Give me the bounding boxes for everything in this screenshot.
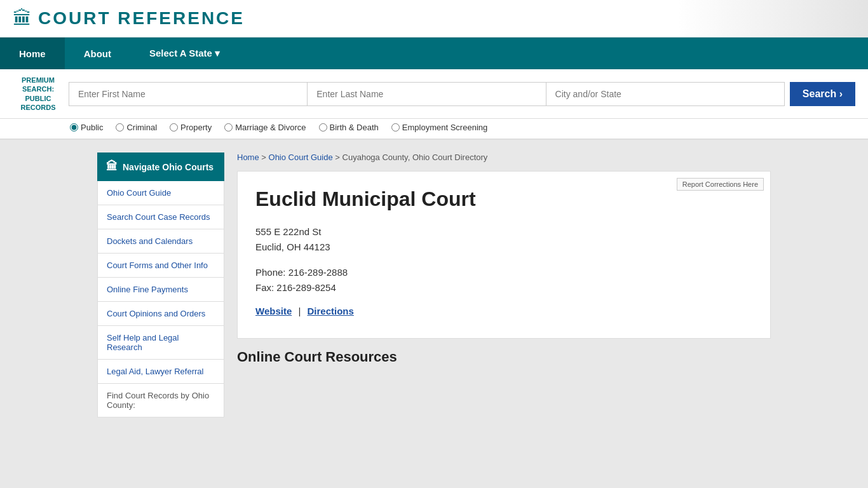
court-directions-link[interactable]: Directions [308, 306, 354, 316]
sidebar-item-online-fine-payments[interactable]: Online Fine Payments [97, 278, 224, 302]
sidebar-courthouse-icon: 🏛 [106, 160, 118, 173]
breadcrumb-ohio-court-guide[interactable]: Ohio Court Guide [269, 152, 333, 162]
sidebar-item-ohio-court-guide[interactable]: Ohio Court Guide [97, 181, 224, 205]
site-header: 🏛 COURT REFERENCE [0, 0, 868, 37]
sidebar-county-label: Find Court Records by Ohio County: [97, 384, 224, 417]
main-content: Home > Ohio Court Guide > Cuyahoga Count… [237, 152, 771, 417]
radio-property[interactable]: Property [170, 123, 212, 132]
radio-marriage-divorce[interactable]: Marriage & Divorce [224, 123, 306, 132]
sidebar-item-self-help[interactable]: Self Help and Legal Research [97, 326, 224, 360]
site-title: COURT REFERENCE [38, 8, 245, 29]
link-separator: | [298, 306, 301, 316]
sidebar-item-legal-aid[interactable]: Legal Aid, Lawyer Referral [97, 360, 224, 384]
premium-label: PREMIUM SEARCH: PUBLIC RECORDS [13, 76, 64, 112]
courthouse-icon: 🏛 [13, 8, 32, 29]
page-body: 🏛 Navigate Ohio Courts Ohio Court Guide … [85, 140, 783, 430]
city-state-input[interactable] [546, 82, 785, 106]
radio-public[interactable]: Public [70, 123, 103, 132]
breadcrumb-current: Cuyahoga County, Ohio Court Directory [342, 152, 488, 162]
radio-bar: Public Criminal Property Marriage & Divo… [0, 119, 868, 140]
sidebar-item-court-opinions[interactable]: Court Opinions and Orders [97, 302, 224, 326]
header-background [677, 0, 868, 37]
search-bar: PREMIUM SEARCH: PUBLIC RECORDS Search › [0, 69, 868, 119]
sidebar-header: 🏛 Navigate Ohio Courts [97, 152, 224, 181]
radio-birth-death[interactable]: Birth & Death [319, 123, 379, 132]
main-nav: Home About Select A State ▾ [0, 37, 868, 69]
court-address-line2: Euclid, OH 44123 [255, 240, 752, 255]
online-resources-section: Online Court Resources [237, 349, 771, 365]
court-phone-number: Phone: 216-289-2888 [255, 265, 752, 280]
report-corrections-button[interactable]: Report Corrections Here [677, 178, 764, 191]
nav-select-state[interactable]: Select A State ▾ [130, 37, 239, 69]
sidebar-title: Navigate Ohio Courts [123, 162, 214, 172]
first-name-input[interactable] [69, 82, 307, 106]
court-links: Website | Directions [255, 306, 752, 316]
sidebar-item-court-forms[interactable]: Court Forms and Other Info [97, 254, 224, 278]
court-phone: Phone: 216-289-2888 Fax: 216-289-8254 [255, 265, 752, 295]
radio-employment-screening[interactable]: Employment Screening [391, 123, 487, 132]
court-fax-number: Fax: 216-289-8254 [255, 280, 752, 295]
court-address: 555 E 222nd St Euclid, OH 44123 [255, 224, 752, 255]
sidebar-item-dockets-calendars[interactable]: Dockets and Calendars [97, 229, 224, 254]
last-name-input[interactable] [307, 82, 545, 106]
nav-home[interactable]: Home [0, 37, 65, 69]
breadcrumb: Home > Ohio Court Guide > Cuyahoga Count… [237, 152, 771, 162]
nav-about[interactable]: About [65, 37, 130, 69]
sidebar: 🏛 Navigate Ohio Courts Ohio Court Guide … [97, 152, 224, 417]
breadcrumb-home[interactable]: Home [237, 152, 259, 162]
sidebar-item-search-court-case-records[interactable]: Search Court Case Records [97, 205, 224, 229]
search-button[interactable]: Search › [790, 82, 855, 106]
court-website-link[interactable]: Website [255, 306, 292, 316]
online-resources-title: Online Court Resources [237, 349, 771, 365]
court-card: Report Corrections Here Euclid Municipal… [237, 171, 771, 338]
logo-area: 🏛 COURT REFERENCE [13, 8, 245, 29]
search-inputs [69, 82, 785, 106]
radio-criminal[interactable]: Criminal [116, 123, 157, 132]
court-address-line1: 555 E 222nd St [255, 224, 752, 240]
